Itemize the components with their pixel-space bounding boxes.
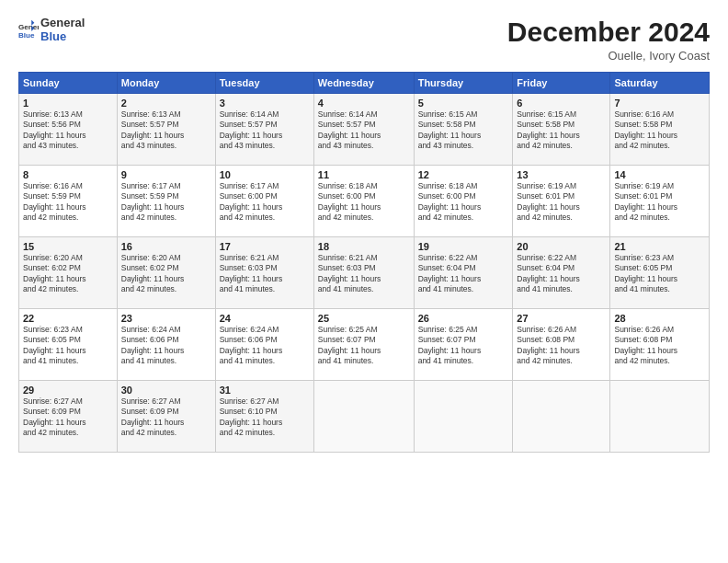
calendar-cell: 19Sunrise: 6:22 AM Sunset: 6:04 PM Dayli… [414, 237, 513, 309]
calendar-cell: 20Sunrise: 6:22 AM Sunset: 6:04 PM Dayli… [513, 237, 610, 309]
day-info: Sunrise: 6:24 AM Sunset: 6:06 PM Dayligh… [220, 325, 310, 367]
calendar-cell [610, 381, 710, 453]
day-number: 4 [318, 98, 410, 109]
day-header-tuesday: Tuesday [215, 73, 313, 94]
calendar-cell: 15Sunrise: 6:20 AM Sunset: 6:02 PM Dayli… [19, 237, 118, 309]
day-number: 11 [318, 169, 410, 180]
day-info: Sunrise: 6:24 AM Sunset: 6:06 PM Dayligh… [121, 325, 211, 367]
day-info: Sunrise: 6:23 AM Sunset: 6:05 PM Dayligh… [23, 325, 113, 367]
calendar-cell: 9Sunrise: 6:17 AM Sunset: 5:59 PM Daylig… [117, 166, 215, 237]
day-number: 10 [220, 169, 310, 180]
day-info: Sunrise: 6:17 AM Sunset: 6:00 PM Dayligh… [220, 181, 310, 224]
day-header-friday: Friday [513, 73, 610, 94]
svg-text:Blue: Blue [18, 31, 35, 40]
title-block: December 2024 Ouelle, Ivory Coast [507, 17, 710, 63]
calendar-cell: 4Sunrise: 6:14 AM Sunset: 5:57 PM Daylig… [313, 94, 414, 166]
calendar-table: SundayMondayTuesdayWednesdayThursdayFrid… [18, 72, 710, 453]
day-number: 12 [418, 169, 509, 180]
calendar-cell: 22Sunrise: 6:23 AM Sunset: 6:05 PM Dayli… [19, 309, 118, 381]
week-row-3: 15Sunrise: 6:20 AM Sunset: 6:02 PM Dayli… [19, 237, 710, 309]
day-number: 8 [23, 169, 113, 180]
day-header-thursday: Thursday [414, 73, 513, 94]
week-row-1: 1Sunrise: 6:13 AM Sunset: 5:56 PM Daylig… [19, 94, 710, 166]
day-number: 1 [23, 98, 113, 109]
day-info: Sunrise: 6:20 AM Sunset: 6:02 PM Dayligh… [23, 253, 113, 295]
calendar-cell: 31Sunrise: 6:27 AM Sunset: 6:10 PM Dayli… [215, 381, 313, 453]
day-header-monday: Monday [117, 73, 215, 94]
day-number: 16 [121, 241, 211, 252]
day-info: Sunrise: 6:27 AM Sunset: 6:09 PM Dayligh… [23, 396, 113, 439]
logo-general: General [40, 17, 85, 30]
day-number: 5 [418, 98, 509, 109]
day-info: Sunrise: 6:26 AM Sunset: 6:08 PM Dayligh… [517, 325, 606, 367]
day-number: 23 [121, 313, 211, 324]
svg-text:General: General [18, 23, 39, 31]
calendar-cell [414, 381, 513, 453]
calendar-cell: 12Sunrise: 6:18 AM Sunset: 6:00 PM Dayli… [414, 166, 513, 237]
day-info: Sunrise: 6:22 AM Sunset: 6:04 PM Dayligh… [418, 253, 509, 295]
day-number: 28 [614, 313, 705, 324]
week-row-5: 29Sunrise: 6:27 AM Sunset: 6:09 PM Dayli… [19, 381, 710, 453]
logo-icon: General Blue [18, 20, 39, 40]
day-number: 15 [23, 241, 113, 252]
header: General Blue General Blue December 2024 … [18, 17, 710, 63]
day-info: Sunrise: 6:20 AM Sunset: 6:02 PM Dayligh… [121, 253, 211, 295]
day-number: 31 [220, 385, 310, 396]
day-header-sunday: Sunday [19, 73, 118, 94]
day-info: Sunrise: 6:16 AM Sunset: 5:58 PM Dayligh… [614, 109, 705, 152]
day-number: 13 [517, 169, 606, 180]
calendar-cell: 11Sunrise: 6:18 AM Sunset: 6:00 PM Dayli… [313, 166, 414, 237]
day-info: Sunrise: 6:26 AM Sunset: 6:08 PM Dayligh… [614, 325, 705, 367]
day-number: 3 [220, 98, 310, 109]
week-row-2: 8Sunrise: 6:16 AM Sunset: 5:59 PM Daylig… [19, 166, 710, 237]
calendar-cell: 27Sunrise: 6:26 AM Sunset: 6:08 PM Dayli… [513, 309, 610, 381]
day-info: Sunrise: 6:18 AM Sunset: 6:00 PM Dayligh… [418, 181, 509, 224]
main-title: December 2024 [507, 17, 710, 47]
calendar-cell: 28Sunrise: 6:26 AM Sunset: 6:08 PM Dayli… [610, 309, 710, 381]
day-number: 24 [220, 313, 310, 324]
calendar-cell: 17Sunrise: 6:21 AM Sunset: 6:03 PM Dayli… [215, 237, 313, 309]
day-number: 17 [220, 241, 310, 252]
day-number: 29 [23, 385, 113, 396]
day-info: Sunrise: 6:17 AM Sunset: 5:59 PM Dayligh… [121, 181, 211, 224]
day-number: 2 [121, 98, 211, 109]
calendar-cell [313, 381, 414, 453]
calendar-cell: 5Sunrise: 6:15 AM Sunset: 5:58 PM Daylig… [414, 94, 513, 166]
calendar-cell: 30Sunrise: 6:27 AM Sunset: 6:09 PM Dayli… [117, 381, 215, 453]
calendar-cell: 10Sunrise: 6:17 AM Sunset: 6:00 PM Dayli… [215, 166, 313, 237]
day-info: Sunrise: 6:21 AM Sunset: 6:03 PM Dayligh… [220, 253, 310, 295]
day-info: Sunrise: 6:23 AM Sunset: 6:05 PM Dayligh… [614, 253, 705, 295]
day-info: Sunrise: 6:19 AM Sunset: 6:01 PM Dayligh… [517, 181, 606, 224]
day-info: Sunrise: 6:14 AM Sunset: 5:57 PM Dayligh… [318, 109, 410, 152]
logo: General Blue General Blue [18, 17, 85, 44]
calendar-cell: 25Sunrise: 6:25 AM Sunset: 6:07 PM Dayli… [313, 309, 414, 381]
day-info: Sunrise: 6:18 AM Sunset: 6:00 PM Dayligh… [318, 181, 410, 224]
calendar-cell: 3Sunrise: 6:14 AM Sunset: 5:57 PM Daylig… [215, 94, 313, 166]
calendar-header-row: SundayMondayTuesdayWednesdayThursdayFrid… [19, 73, 710, 94]
day-info: Sunrise: 6:19 AM Sunset: 6:01 PM Dayligh… [614, 181, 705, 224]
calendar-cell: 2Sunrise: 6:13 AM Sunset: 5:57 PM Daylig… [117, 94, 215, 166]
day-number: 19 [418, 241, 509, 252]
calendar-cell: 26Sunrise: 6:25 AM Sunset: 6:07 PM Dayli… [414, 309, 513, 381]
day-header-wednesday: Wednesday [313, 73, 414, 94]
day-info: Sunrise: 6:27 AM Sunset: 6:10 PM Dayligh… [220, 396, 310, 439]
day-number: 9 [121, 169, 211, 180]
day-number: 20 [517, 241, 606, 252]
calendar-cell: 1Sunrise: 6:13 AM Sunset: 5:56 PM Daylig… [19, 94, 118, 166]
day-info: Sunrise: 6:22 AM Sunset: 6:04 PM Dayligh… [517, 253, 606, 295]
calendar-cell: 16Sunrise: 6:20 AM Sunset: 6:02 PM Dayli… [117, 237, 215, 309]
day-info: Sunrise: 6:21 AM Sunset: 6:03 PM Dayligh… [318, 253, 410, 295]
day-info: Sunrise: 6:15 AM Sunset: 5:58 PM Dayligh… [418, 109, 509, 152]
day-number: 27 [517, 313, 606, 324]
day-info: Sunrise: 6:15 AM Sunset: 5:58 PM Dayligh… [517, 109, 606, 152]
day-info: Sunrise: 6:25 AM Sunset: 6:07 PM Dayligh… [318, 325, 410, 367]
calendar-cell: 7Sunrise: 6:16 AM Sunset: 5:58 PM Daylig… [610, 94, 710, 166]
day-number: 22 [23, 313, 113, 324]
day-number: 6 [517, 98, 606, 109]
day-number: 14 [614, 169, 705, 180]
day-info: Sunrise: 6:27 AM Sunset: 6:09 PM Dayligh… [121, 396, 211, 439]
day-info: Sunrise: 6:16 AM Sunset: 5:59 PM Dayligh… [23, 181, 113, 224]
calendar-cell: 23Sunrise: 6:24 AM Sunset: 6:06 PM Dayli… [117, 309, 215, 381]
location-subtitle: Ouelle, Ivory Coast [507, 49, 710, 63]
day-number: 30 [121, 385, 211, 396]
